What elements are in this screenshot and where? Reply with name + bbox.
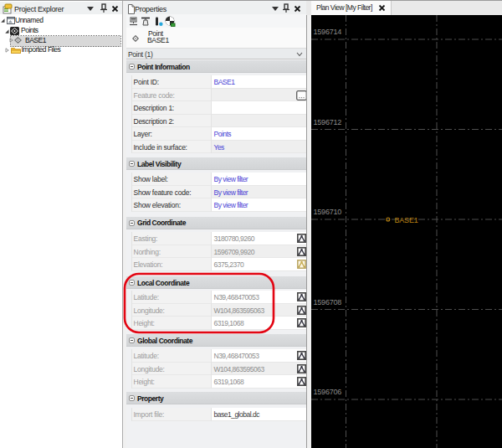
svg-text:1596712: 1596712 xyxy=(314,118,342,126)
svg-text:1596714: 1596714 xyxy=(314,28,342,36)
svg-text:1596708: 1596708 xyxy=(314,298,342,306)
svg-text:1596710: 1596710 xyxy=(314,208,342,216)
svg-text:BASE1: BASE1 xyxy=(395,216,418,224)
svg-text:1596706: 1596706 xyxy=(314,388,342,396)
